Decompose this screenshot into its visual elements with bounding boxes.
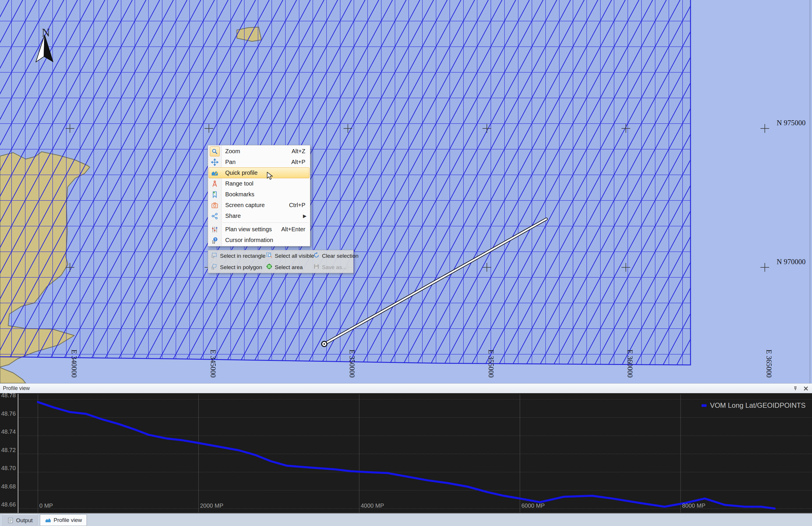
zoom-icon xyxy=(208,146,221,157)
cursor-information-icon: ? xyxy=(211,236,218,244)
output-icon xyxy=(7,517,14,524)
application-window: N N 975000N 970000 E 340000E 345000E 350… xyxy=(0,0,812,526)
share-icon xyxy=(208,212,221,220)
svg-text:?: ? xyxy=(215,238,216,241)
pan-icon xyxy=(211,158,218,166)
profile-view-icon xyxy=(45,517,51,523)
quick-profile-icon xyxy=(208,169,221,177)
toolbar-button-label: Clear selection xyxy=(322,253,359,259)
menu-item-screen-capture[interactable]: Screen captureCtrl+P xyxy=(208,200,310,210)
menu-item-range-tool[interactable]: Range tool xyxy=(208,178,310,189)
cursor-information-icon: ? xyxy=(208,236,221,244)
toolbar-button-select-in-polygon[interactable]: Select in polygon xyxy=(208,263,263,272)
bookmarks-icon xyxy=(208,191,221,198)
menu-item-shortcut: Alt+Z xyxy=(292,148,310,155)
tab-label: Output xyxy=(16,517,33,524)
easting-label: E 345000 xyxy=(209,350,217,378)
menu-item-quick-profile[interactable]: Quick profile xyxy=(208,167,310,178)
northing-label: N 975000 xyxy=(777,119,806,127)
map-edge-line xyxy=(810,0,810,383)
profile-view-panel: Profile view 48.7848.7648.7448.7248.7048… xyxy=(0,383,812,513)
toolbar-button-select-in-rectangle[interactable]: Select in rectangle xyxy=(208,252,263,260)
x-axis-tick-label: 4000 MP xyxy=(361,502,384,509)
plan-view-settings-icon xyxy=(208,226,221,233)
profile-panel-title: Profile view xyxy=(0,385,791,392)
easting-label: E 340000 xyxy=(70,350,78,378)
profile-chart[interactable]: 48.7848.7648.7448.7248.7048.6848.66 0 MP… xyxy=(0,393,812,513)
save-as-icon xyxy=(313,263,320,272)
menu-item-plan-view-settings[interactable]: Plan view settingsAlt+Enter xyxy=(208,224,310,235)
easting-label: E 350000 xyxy=(348,350,356,378)
menu-item-pan[interactable]: PanAlt+P xyxy=(208,157,310,167)
menu-item-label: Plan view settings xyxy=(221,226,281,233)
clear-selection-icon xyxy=(313,252,320,260)
pin-icon xyxy=(793,386,798,391)
toolbar-button-label: Select area xyxy=(275,264,303,271)
menu-item-shortcut: Ctrl+P xyxy=(289,202,310,208)
easting-label: E 355000 xyxy=(487,350,495,378)
profile-chart-canvas xyxy=(0,393,812,513)
y-axis-tick-label: 48.70 xyxy=(1,465,16,471)
map-context-menu: ZoomAlt+ZPanAlt+PQuick profileRange tool… xyxy=(208,145,310,246)
toolbar-button-clear-selection[interactable]: Clear selection xyxy=(310,252,353,260)
select-rectangle-icon xyxy=(211,252,218,260)
range-tool-icon xyxy=(208,180,221,188)
selection-toolbar: Select in rectangleSelect all visibleCle… xyxy=(208,250,354,273)
x-axis-tick-label: 8000 MP xyxy=(682,502,705,509)
menu-item-label: Zoom xyxy=(221,148,292,155)
submenu-arrow-icon: ▶ xyxy=(303,213,310,219)
menu-separator xyxy=(208,221,310,224)
bottom-tab-strip: OutputProfile view xyxy=(0,513,812,526)
y-axis-tick-label: 48.78 xyxy=(1,392,16,399)
toolbar-button-select-all-visible[interactable]: Select all visible xyxy=(263,252,310,260)
menu-item-label: Pan xyxy=(221,159,291,165)
close-icon xyxy=(803,386,808,391)
x-axis-tick-label: 0 MP xyxy=(39,502,53,509)
map-plan-view[interactable]: N N 975000N 970000 E 340000E 345000E 350… xyxy=(0,0,812,383)
toolbar-button-save-as: Save as... xyxy=(310,263,353,272)
menu-item-zoom[interactable]: ZoomAlt+Z xyxy=(208,146,310,157)
menu-item-label: Range tool xyxy=(221,180,310,187)
zoom-icon xyxy=(210,146,220,157)
menu-item-bookmarks[interactable]: Bookmarks xyxy=(208,189,310,200)
legend-series-label: VOM Long Lat/GEOIDPOINTS xyxy=(710,401,806,409)
y-axis-tick-label: 48.68 xyxy=(1,483,16,490)
profile-panel-header: Profile view xyxy=(0,383,812,394)
menu-item-label: Cursor information xyxy=(221,237,310,244)
select-all-visible-icon xyxy=(266,252,273,260)
tab-output[interactable]: Output xyxy=(2,514,38,526)
x-axis-tick-label: 6000 MP xyxy=(522,502,545,509)
chart-legend: VOM Long Lat/GEOIDPOINTS xyxy=(701,401,806,409)
select-area-icon xyxy=(266,263,273,272)
select-polygon-icon xyxy=(211,263,218,272)
close-panel-button[interactable] xyxy=(801,385,810,392)
menu-item-share[interactable]: Share▶ xyxy=(208,210,310,221)
menu-item-label: Share xyxy=(221,213,303,219)
toolbar-button-label: Select in rectangle xyxy=(220,253,265,259)
share-icon xyxy=(211,212,218,220)
menu-item-shortcut: Alt+Enter xyxy=(281,226,310,233)
menu-item-label: Bookmarks xyxy=(221,191,310,198)
screen-capture-icon xyxy=(211,202,218,209)
x-axis-tick-label: 2000 MP xyxy=(200,502,223,509)
bookmarks-icon xyxy=(211,191,218,198)
toolbar-button-label: Select all visible xyxy=(275,253,314,259)
y-axis-tick-label: 48.74 xyxy=(1,428,16,435)
legend-line-marker xyxy=(701,404,707,407)
tab-profile-view[interactable]: Profile view xyxy=(40,514,87,526)
mouse-cursor-icon xyxy=(266,172,274,180)
toolbar-button-select-area[interactable]: Select area xyxy=(263,263,310,272)
menu-item-cursor-information[interactable]: ?Cursor information xyxy=(208,235,310,246)
menu-item-label: Quick profile xyxy=(221,170,310,176)
pin-panel-button[interactable] xyxy=(791,385,800,392)
screen-capture-icon xyxy=(208,202,221,209)
northing-label: N 970000 xyxy=(777,258,806,266)
range-tool-icon xyxy=(211,180,218,188)
pan-icon xyxy=(208,158,221,166)
y-axis-tick-label: 48.76 xyxy=(1,410,16,417)
mesh-canvas xyxy=(0,0,812,383)
toolbar-button-label: Save as... xyxy=(322,264,347,271)
easting-label: E 360000 xyxy=(626,350,634,378)
north-arrow-label: N xyxy=(42,26,50,39)
profile-data-line xyxy=(38,402,775,509)
